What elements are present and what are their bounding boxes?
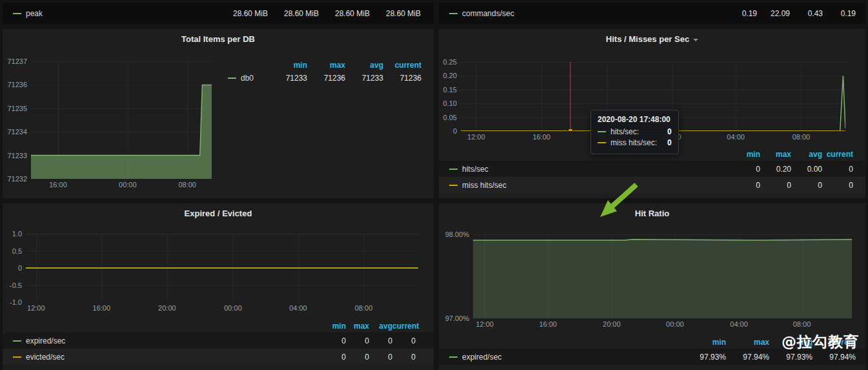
tooltip-timestamp: 2020-08-20 17:48:00 [598, 115, 672, 124]
legend-value: 0 [729, 181, 760, 190]
x-axis: 12:0016:0020:0000:0004:0008:00 [473, 318, 852, 329]
chart-expired-evicted[interactable]: 1.00.50-0.5-1.012:0016:0020:0000:0004:00… [3, 234, 419, 314]
legend-header-avg[interactable]: avg [791, 150, 822, 159]
x-axis: 16:0000:0008:00 [31, 179, 212, 189]
x-tick-label: 04:00 [727, 133, 745, 141]
legend-header-current[interactable]: current [822, 150, 853, 159]
chevron-down-icon[interactable] [693, 39, 698, 41]
legend-series-name[interactable]: db0 [241, 74, 269, 83]
series-color-dash [449, 13, 458, 14]
y-tick-label: 0.05 [443, 114, 457, 121]
legend-header-min[interactable]: min [729, 150, 760, 159]
x-tick-label: 20:00 [603, 320, 621, 328]
legend-series-name[interactable]: hits/sec [462, 165, 489, 174]
y-tick-label: 0.25 [443, 58, 457, 66]
legend-header-max[interactable]: max [346, 322, 369, 331]
legend-series-name[interactable]: evicted/sec [26, 353, 65, 362]
panel-peak-legend: peak 28.60 MiB 28.60 MiB 28.60 MiB 28.60… [3, 3, 434, 24]
plot-area[interactable] [26, 234, 418, 302]
legend-value: 71236 [307, 74, 345, 83]
legend-series-name[interactable]: expired/sec [462, 353, 501, 362]
y-axis: 1.00.50-0.5-1.0 [3, 234, 22, 302]
panel-hits-misses: Hits / Misses per Sec 0.250.200.150.100.… [439, 29, 865, 198]
legend-value: 97.94% [812, 353, 856, 362]
chart-total-items[interactable]: 71237712367123571234712337123216:0000:00… [3, 61, 213, 190]
y-tick-label: 71237 [7, 57, 27, 65]
legend-row-peak: peak 28.60 MiB 28.60 MiB 28.60 MiB 28.60… [3, 3, 434, 24]
legend-value: 71233 [345, 74, 383, 83]
x-tick-label: 04:00 [730, 320, 748, 328]
y-tick-label: 71235 [7, 105, 27, 112]
legend-value: 0.00 [791, 165, 822, 174]
series-color-dash [598, 131, 606, 132]
legend-header-max[interactable]: max [726, 338, 769, 347]
y-tick-label: -1.0 [10, 298, 22, 306]
x-tick-label: 12:00 [467, 133, 485, 141]
panel-title[interactable]: Hits / Misses per Sec [439, 34, 865, 44]
graph-tooltip: 2020-08-20 17:48:00 hits/sec:0miss hits/… [590, 110, 679, 154]
legend-header-avg[interactable]: avg [345, 61, 383, 70]
legend-value: 0 [346, 353, 369, 362]
y-axis: 98.00%97.00% [439, 234, 469, 318]
series-color-dash [449, 356, 458, 358]
y-tick-label: 71233 [7, 152, 27, 159]
x-axis: 12:0016:0020:0000:0004:0008:00 [26, 302, 418, 313]
x-tick-label: 08:00 [178, 181, 196, 189]
legend-value: 0.20 [760, 165, 791, 174]
legend-header-min[interactable]: min [323, 322, 346, 331]
legend-expired-evicted: minmaxavgcurrentexpired/sec0000evicted/s… [3, 320, 434, 365]
y-tick-label: 0.15 [443, 86, 457, 94]
legend-row: expired/sec0000 [3, 333, 434, 349]
legend-value: 0 [346, 336, 369, 345]
y-tick-label: 97.00% [445, 314, 469, 322]
legend-value: 0 [822, 165, 853, 174]
grafana-dashboard: peak 28.60 MiB 28.60 MiB 28.60 MiB 28.60… [0, 0, 868, 370]
panel-title[interactable]: Hit Ratio [439, 209, 865, 218]
legend-value: 0.19 [724, 9, 757, 18]
legend-value: 97.93% [683, 353, 726, 362]
legend-series-name[interactable]: expired/sec [26, 336, 65, 345]
x-tick-label: 12:00 [476, 320, 494, 328]
legend-series-name[interactable]: miss hits/sec [462, 181, 507, 190]
plot-area[interactable] [473, 234, 852, 318]
x-tick-label: 00:00 [666, 320, 684, 328]
tooltip-series-row: miss hits/sec:0 [598, 138, 672, 147]
series-color-dash [598, 142, 606, 143]
legend-value: 0.19 [823, 9, 856, 18]
panel-title[interactable]: Total Items per DB [3, 34, 434, 44]
x-tick-label: 16:00 [49, 181, 67, 189]
panel-title[interactable]: Expired / Evicted [3, 209, 434, 218]
chart-hit-ratio[interactable]: 98.00%97.00%12:0016:0020:0000:0004:0008:… [439, 234, 853, 330]
tooltip-series-label: hits/sec: [611, 127, 639, 136]
x-tick-label: 00:00 [119, 181, 137, 189]
x-tick-label: 16:00 [532, 133, 550, 141]
legend-value: 0 [760, 181, 791, 190]
legend-row: db071233712367123371236 [228, 71, 421, 85]
legend-header-min[interactable]: min [683, 338, 726, 347]
panel-expired-evicted: Expired / Evicted 1.00.50-0.5-1.012:0016… [3, 203, 434, 370]
legend-value: 28.60 MiB [268, 9, 319, 18]
legend-value: 28.60 MiB [217, 9, 268, 18]
y-tick-label: 71236 [7, 81, 27, 88]
legend-series-name[interactable]: commands/sec [462, 9, 514, 18]
legend-header-max[interactable]: max [760, 150, 791, 159]
legend-row: evicted/sec0000 [3, 349, 434, 365]
y-tick-label: 1.0 [12, 230, 22, 238]
legend-value: 71236 [383, 74, 421, 83]
y-tick-label: -0.5 [10, 282, 22, 289]
plot-area[interactable] [31, 61, 212, 179]
legend-header-min[interactable]: min [269, 61, 307, 70]
x-tick-label: 08:00 [792, 133, 811, 141]
series-color-dash [449, 169, 458, 170]
legend-header-avg[interactable]: avg [369, 322, 392, 331]
y-tick-label: 0.5 [12, 247, 22, 255]
legend-value: 0.43 [790, 9, 823, 18]
legend-value: 28.60 MiB [370, 9, 421, 18]
legend-header-current[interactable]: current [392, 322, 416, 331]
legend-header-current[interactable]: current [383, 61, 421, 70]
series-color-dash [13, 13, 21, 14]
legend-value: 97.93% [769, 353, 812, 362]
legend-series-name[interactable]: peak [26, 9, 43, 18]
y-tick-label: 71234 [7, 128, 27, 136]
legend-header-max[interactable]: max [307, 61, 345, 70]
